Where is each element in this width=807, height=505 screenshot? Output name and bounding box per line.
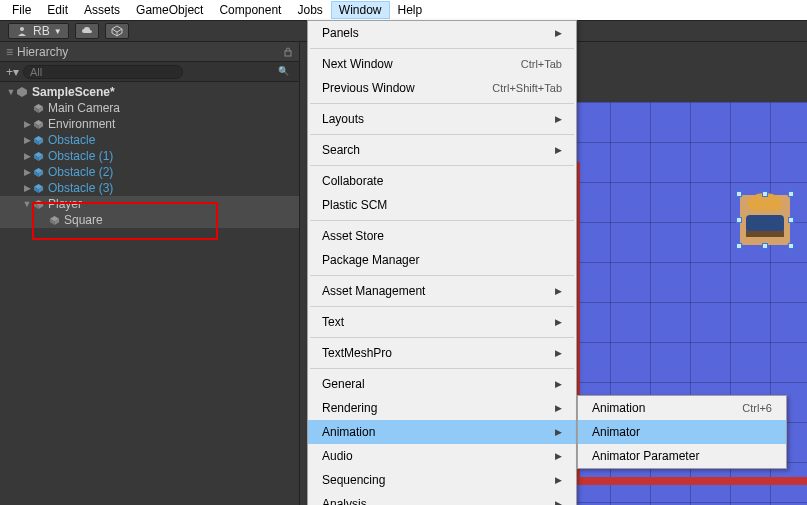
menu-help[interactable]: Help — [390, 1, 431, 19]
main-camera-node[interactable]: Main Camera — [0, 100, 299, 116]
svg-marker-2 — [17, 87, 27, 97]
menu-collaborate[interactable]: Collaborate — [308, 169, 576, 193]
selection-handle[interactable] — [762, 243, 768, 249]
submenu-arrow-icon: ▶ — [555, 348, 562, 358]
menu-audio[interactable]: Audio▶ — [308, 444, 576, 468]
node-label: Obstacle — [48, 133, 95, 147]
submenu-arrow-icon: ▶ — [555, 475, 562, 485]
menu-prev-window[interactable]: Previous WindowCtrl+Shift+Tab — [308, 76, 576, 100]
expand-arrow-icon[interactable]: ▶ — [22, 135, 32, 145]
svg-point-0 — [20, 27, 24, 31]
obstacle1-node[interactable]: ▶ Obstacle (1) — [0, 148, 299, 164]
menu-component[interactable]: Component — [211, 1, 289, 19]
shortcut-label: Ctrl+Shift+Tab — [492, 82, 562, 94]
submenu-arrow-icon: ▶ — [555, 286, 562, 296]
menu-package-manager[interactable]: Package Manager — [308, 248, 576, 272]
menu-separator — [310, 134, 574, 135]
selection-handle[interactable] — [762, 191, 768, 197]
obstacle2-node[interactable]: ▶ Obstacle (2) — [0, 164, 299, 180]
expand-arrow-icon[interactable]: ▶ — [22, 167, 32, 177]
menu-text[interactable]: Text▶ — [308, 310, 576, 334]
search-icon: 🔍 — [278, 66, 289, 76]
menu-jobs[interactable]: Jobs — [289, 1, 330, 19]
expand-arrow-icon[interactable]: ▶ — [22, 151, 32, 161]
menu-separator — [310, 48, 574, 49]
player-node[interactable]: ▼ Player — [0, 196, 299, 212]
environment-node[interactable]: ▶ Environment — [0, 116, 299, 132]
selection-handle[interactable] — [736, 217, 742, 223]
node-label: Obstacle (3) — [48, 181, 113, 195]
package-button[interactable] — [105, 23, 129, 39]
node-label: Obstacle (2) — [48, 165, 113, 179]
prefab-icon — [32, 182, 44, 194]
menu-separator — [310, 337, 574, 338]
menu-gameobject[interactable]: GameObject — [128, 1, 211, 19]
prefab-icon — [32, 134, 44, 146]
account-button[interactable]: RB ▼ — [8, 23, 69, 39]
menu-window[interactable]: Window — [331, 1, 390, 19]
menu-plastic-scm[interactable]: Plastic SCM — [308, 193, 576, 217]
cloud-icon — [80, 24, 94, 38]
submenu-animator[interactable]: Animator — [578, 420, 786, 444]
menu-separator — [310, 220, 574, 221]
menu-rendering[interactable]: Rendering▶ — [308, 396, 576, 420]
menu-analysis[interactable]: Analysis▶ — [308, 492, 576, 505]
shortcut-label: Ctrl+6 — [742, 402, 772, 414]
cloud-button[interactable] — [75, 23, 99, 39]
selection-handle[interactable] — [788, 243, 794, 249]
menu-search[interactable]: Search▶ — [308, 138, 576, 162]
menu-assets[interactable]: Assets — [76, 1, 128, 19]
menu-separator — [310, 368, 574, 369]
expand-arrow-icon[interactable]: ▶ — [22, 119, 32, 129]
create-dropdown[interactable]: +▾ — [6, 65, 19, 79]
menu-panels[interactable]: Panels▶ — [308, 21, 576, 45]
node-label: Square — [64, 213, 103, 227]
lock-icon[interactable] — [283, 47, 293, 57]
hierarchy-header[interactable]: ≡ Hierarchy — [0, 42, 299, 62]
animation-submenu: AnimationCtrl+6 Animator Animator Parame… — [577, 395, 787, 469]
menu-general[interactable]: General▶ — [308, 372, 576, 396]
hierarchy-panel: ≡ Hierarchy +▾ 🔍 ▼ SampleScene* Main Cam… — [0, 42, 300, 505]
sprite-body — [740, 195, 790, 245]
gameobject-icon — [32, 102, 44, 114]
gameobject-icon — [48, 214, 60, 226]
selection-handle[interactable] — [788, 217, 794, 223]
obstacle3-node[interactable]: ▶ Obstacle (3) — [0, 180, 299, 196]
svg-rect-1 — [285, 51, 291, 56]
submenu-arrow-icon: ▶ — [555, 499, 562, 505]
submenu-animation[interactable]: AnimationCtrl+6 — [578, 396, 786, 420]
menu-asset-store[interactable]: Asset Store — [308, 224, 576, 248]
cube-outline-icon — [110, 24, 124, 38]
hierarchy-search-input[interactable] — [23, 65, 183, 79]
selection-handle[interactable] — [736, 243, 742, 249]
selection-handle[interactable] — [736, 191, 742, 197]
menu-layouts[interactable]: Layouts▶ — [308, 107, 576, 131]
menu-separator — [310, 275, 574, 276]
menu-animation[interactable]: Animation▶ — [308, 420, 576, 444]
shortcut-label: Ctrl+Tab — [521, 58, 562, 70]
submenu-animator-parameter[interactable]: Animator Parameter — [578, 444, 786, 468]
account-label: RB — [33, 24, 50, 38]
player-sprite[interactable] — [740, 195, 790, 245]
gameobject-icon — [32, 198, 44, 210]
menu-file[interactable]: File — [4, 1, 39, 19]
menu-separator — [310, 165, 574, 166]
square-node[interactable]: Square — [0, 212, 299, 228]
submenu-arrow-icon: ▶ — [555, 451, 562, 461]
scene-label: SampleScene* — [32, 85, 115, 99]
obstacle-node[interactable]: ▶ Obstacle — [0, 132, 299, 148]
menu-sequencing[interactable]: Sequencing▶ — [308, 468, 576, 492]
expand-arrow-icon[interactable]: ▼ — [22, 199, 32, 209]
menu-textmeshpro[interactable]: TextMeshPro▶ — [308, 341, 576, 365]
menu-edit[interactable]: Edit — [39, 1, 76, 19]
expand-arrow-icon[interactable]: ▶ — [22, 183, 32, 193]
menu-next-window[interactable]: Next WindowCtrl+Tab — [308, 52, 576, 76]
window-dropdown: Panels▶ Next WindowCtrl+Tab Previous Win… — [307, 20, 577, 505]
dropdown-arrow-icon: ▼ — [54, 27, 62, 36]
menu-asset-management[interactable]: Asset Management▶ — [308, 279, 576, 303]
selection-handle[interactable] — [788, 191, 794, 197]
expand-arrow-icon[interactable]: ▼ — [6, 87, 16, 97]
scene-node[interactable]: ▼ SampleScene* — [0, 84, 299, 100]
prefab-icon — [32, 166, 44, 178]
menu-separator — [310, 103, 574, 104]
